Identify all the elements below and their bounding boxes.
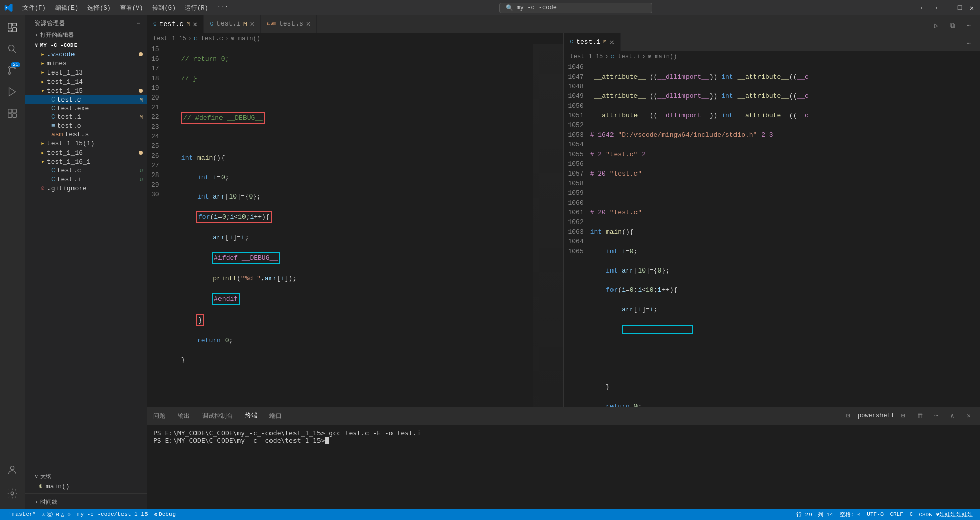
tab-testc-close[interactable]: ✕ xyxy=(193,20,197,29)
tree-item-test113[interactable]: ▸ test_1_13 xyxy=(24,68,147,77)
extensions-activity-icon[interactable] xyxy=(2,103,22,123)
settings-activity-icon[interactable] xyxy=(2,483,22,504)
source-control-activity-icon[interactable]: 21 xyxy=(2,60,22,81)
menu-more[interactable]: ··· xyxy=(213,3,233,13)
tree-item-tests[interactable]: asm test.s xyxy=(24,130,147,139)
breadcrumb-folder[interactable]: test_1_15 xyxy=(153,35,186,42)
open-editors-label[interactable]: › 打开的编辑器 xyxy=(24,29,147,40)
tab-tests-close[interactable]: ✕ xyxy=(306,19,310,28)
menu-select[interactable]: 选择(S) xyxy=(83,3,115,13)
line-col-item[interactable]: 行 29，列 14 xyxy=(793,511,837,518)
svg-rect-3 xyxy=(8,30,12,32)
tree-item-test115[interactable]: ▾ test_1_15 xyxy=(24,86,147,95)
tree-item-testexe[interactable]: C test.exe xyxy=(24,104,147,113)
menu-view[interactable]: 查看(V) xyxy=(116,3,148,13)
tree-item-test116[interactable]: ▸ test_1_16 xyxy=(24,148,147,157)
tab-testi[interactable]: C test.i M ✕ xyxy=(204,15,260,33)
menu-edit[interactable]: 编辑(E) xyxy=(51,3,83,13)
more-actions-button[interactable]: ⋯ xyxy=(962,18,976,33)
close-button[interactable]: ✕ xyxy=(968,4,976,12)
nav-back-button[interactable]: ← xyxy=(919,4,927,12)
panel-tab-output[interactable]: 输出 xyxy=(172,407,196,425)
title-bar-menu[interactable]: 文件(F) 编辑(E) 选择(S) 查看(V) 转到(G) 运行(R) ··· xyxy=(18,3,232,13)
tree-item-testc-u[interactable]: C test.c U xyxy=(24,166,147,175)
panel-tab-terminal[interactable]: 终端 xyxy=(239,407,263,425)
right-code-content[interactable]: __attribute__ ((__dllimport__)) int __at… xyxy=(588,62,949,407)
tree-item-test1151[interactable]: ▸ test_1_15(1) xyxy=(24,139,147,148)
panel-more-btn[interactable]: ⋯ xyxy=(929,409,943,423)
right-line-1048: __attribute__ ((__dllimport__)) int __at… xyxy=(590,111,949,120)
spaces-item[interactable]: 空格: 4 xyxy=(837,511,864,518)
search-bar[interactable]: 🔍 my_-c_-code xyxy=(499,3,652,13)
language-item[interactable]: C xyxy=(906,511,916,517)
file-tree: ▸ .vscode ▸ mines ▸ test_1_13 ▸ test_1_1… xyxy=(24,49,147,468)
split-editor-button[interactable]: ⧉ xyxy=(945,18,960,33)
right-breadcrumb-file[interactable]: C test.i xyxy=(611,53,640,60)
right-tab-close[interactable]: ✕ xyxy=(610,38,614,46)
tab-testc[interactable]: C test.c M ✕ xyxy=(147,15,204,33)
panel-layout-btn[interactable]: ⊡ xyxy=(841,409,855,423)
panel-close-btn[interactable]: ✕ xyxy=(962,409,976,423)
left-code-area[interactable]: 15 16 17 18 19 20 21 22 23 24 25 26 27 2… xyxy=(147,44,564,407)
tree-item-test114[interactable]: ▸ test_1_14 xyxy=(24,77,147,86)
git-branch-item[interactable]: ⑂ master* xyxy=(4,511,39,517)
right-breadcrumb-fn[interactable]: ⊕ main() xyxy=(648,53,677,60)
menu-file[interactable]: 文件(F) xyxy=(18,3,50,13)
line-ending-item[interactable]: CRLF xyxy=(887,511,906,517)
tree-item-testi[interactable]: C test.i M xyxy=(24,113,147,121)
outline-label[interactable]: ∨ 大纲 xyxy=(24,471,147,481)
timeline-label[interactable]: › 时间线 xyxy=(24,496,147,507)
breadcrumb-file[interactable]: C test.c xyxy=(194,35,223,42)
menu-run[interactable]: 运行(R) xyxy=(181,3,212,13)
sidebar-header-icons: ⋯ xyxy=(137,20,141,27)
right-more-button[interactable]: ⋯ xyxy=(962,36,976,51)
panel-up-btn[interactable]: ∧ xyxy=(945,409,960,423)
tree-item-testi-u[interactable]: C test.i U xyxy=(24,175,147,184)
tree-item-testo[interactable]: ≡ test.o xyxy=(24,121,147,130)
minimize-button[interactable]: — xyxy=(943,4,951,12)
path-item[interactable]: my_-c_-code/test_1_15 xyxy=(74,511,151,517)
left-editor-pane: test_1_15 › C test.c › ⊕ main() 15 16 17… xyxy=(147,33,564,407)
tree-item-mines[interactable]: ▸ mines xyxy=(24,59,147,68)
explorer-activity-icon[interactable] xyxy=(2,17,22,38)
tree-item-test1161[interactable]: ▾ test_1_16_1 xyxy=(24,157,147,166)
run-button[interactable]: ▷ xyxy=(929,18,943,33)
csdn-item[interactable]: CSDN ♥娃娃娃娃娃娃 xyxy=(916,511,976,518)
account-activity-icon[interactable] xyxy=(2,460,22,480)
right-line-1061 xyxy=(590,363,949,373)
search-activity-icon[interactable] xyxy=(2,39,22,59)
panel-split-btn[interactable]: ⊞ xyxy=(896,409,911,423)
debug-item[interactable]: ⚙ Debug xyxy=(151,511,179,518)
panel-tab-ports[interactable]: 端口 xyxy=(263,407,288,425)
new-file-icon[interactable]: ⋯ xyxy=(137,20,141,27)
right-breadcrumb-folder[interactable]: test_1_15 xyxy=(570,53,603,60)
code-line-16: // } xyxy=(165,73,533,83)
panel-tab-problems[interactable]: 问题 xyxy=(147,407,172,425)
right-editor-pane: C test.i M ✕ ⋯ test_1_15 › C test.i xyxy=(564,33,981,407)
tree-item-vscode[interactable]: ▸ .vscode xyxy=(24,49,147,59)
activity-bar: 21 xyxy=(0,15,24,509)
tree-item-gitignore[interactable]: ⊘ .gitignore xyxy=(24,184,147,193)
panel-tab-debug[interactable]: 调试控制台 xyxy=(196,407,239,425)
tab-tests[interactable]: asm test.s ✕ xyxy=(261,15,317,33)
menu-goto[interactable]: 转到(G) xyxy=(148,3,180,13)
encoding-item[interactable]: UTF-8 xyxy=(864,511,887,517)
right-tab-testi[interactable]: C test.i M ✕ xyxy=(564,33,621,51)
tab-testi-close[interactable]: ✕ xyxy=(250,19,254,28)
right-code-area[interactable]: 1046 1047 1048 1049 1050 1051 1052 1053 … xyxy=(564,62,981,407)
nav-forward-button[interactable]: → xyxy=(931,4,939,12)
outline-item-main[interactable]: ⊕ main() xyxy=(24,481,147,491)
left-code-content[interactable]: // return 0; // } // #define __DEBUG__ i… xyxy=(163,44,533,407)
debug-activity-icon[interactable] xyxy=(2,82,22,102)
panel-trash-btn[interactable]: 🗑 xyxy=(913,409,927,423)
right-line-1051: # 20 "test.c" xyxy=(590,169,949,179)
restore-button[interactable]: □ xyxy=(955,4,964,12)
errors-item[interactable]: ⚠ ⓪ 0 △ 0 xyxy=(39,511,74,518)
git-icon: ⑂ xyxy=(7,511,11,517)
tree-item-testc[interactable]: C test.c M xyxy=(24,95,147,104)
root-folder-label[interactable]: ∨ MY_-C_-CODE xyxy=(24,40,147,49)
chevron-down-outline-icon: ∨ xyxy=(35,473,38,480)
debug-label: Debug xyxy=(159,511,176,517)
breadcrumb-fn[interactable]: ⊕ main() xyxy=(231,35,260,42)
terminal-content[interactable]: PS E:\MY_CODE\C_CODE\my_-c_-code\test_1_… xyxy=(147,425,980,509)
